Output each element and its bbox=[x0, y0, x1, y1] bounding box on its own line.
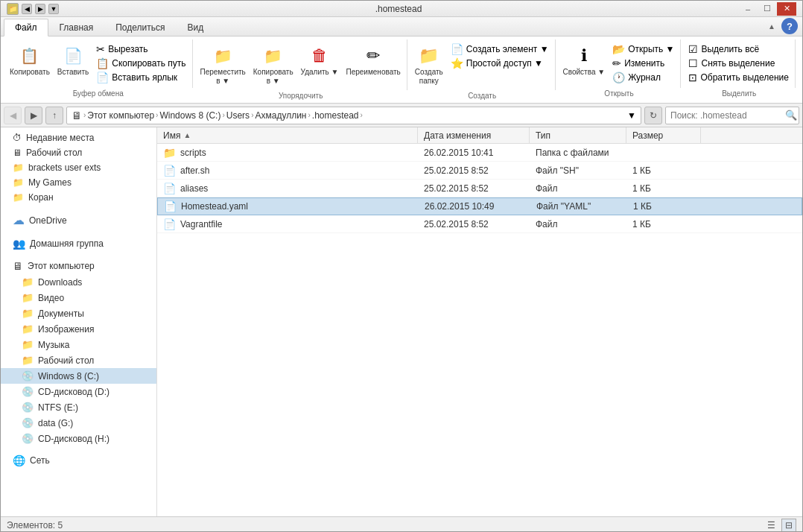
close-button[interactable]: ✕ bbox=[777, 2, 796, 16]
invert-selection-button[interactable]: ⊡ Обратить выделение bbox=[685, 71, 792, 84]
sidebar-item-desktop2[interactable]: 📁 Рабочий стол bbox=[1, 352, 156, 368]
tab-share[interactable]: Поделиться bbox=[104, 19, 176, 36]
sidebar: ⏱ Недавние места 🖥 Рабочий стол 📁 bracke… bbox=[1, 127, 157, 516]
col-header-date[interactable]: Дата изменения bbox=[418, 127, 530, 143]
copy-to-button[interactable]: 📁 Копироватьв ▼ bbox=[250, 42, 296, 87]
path-folder[interactable]: .homestead bbox=[312, 110, 359, 121]
view-details-button[interactable]: ⊟ bbox=[781, 519, 796, 532]
refresh-button[interactable]: ↻ bbox=[644, 107, 662, 124]
sidebar-item-recent-places[interactable]: ⏱ Недавние места bbox=[1, 130, 156, 145]
sidebar-item-my-games[interactable]: 📁 My Games bbox=[1, 175, 156, 190]
path-drive[interactable]: Windows 8 (C:) bbox=[159, 110, 220, 121]
move-button[interactable]: 📁 Переместитьв ▼ bbox=[197, 42, 249, 87]
search-box[interactable]: 🔍 bbox=[665, 107, 799, 124]
file-row-vagrantfile[interactable]: 📄 Vagrantfile 25.02.2015 8:52 Файл 1 КБ bbox=[157, 215, 802, 233]
copy-path-button[interactable]: 📋 Скопировать путь bbox=[93, 57, 188, 70]
file-row-scripts[interactable]: 📁 scripts 26.02.2015 10:41 Папка с файла… bbox=[157, 144, 802, 162]
sidebar-item-images[interactable]: 📁 Изображения bbox=[1, 321, 156, 337]
address-path[interactable]: 🖥 › Этот компьютер › Windows 8 (C:) › Us… bbox=[66, 107, 641, 124]
file-row-homestead-yaml[interactable]: 📄 Homestead.yaml 26.02.2015 10:49 Файл "… bbox=[157, 197, 802, 215]
easy-access-icon: ⭐ bbox=[451, 57, 463, 69]
sidebar-item-cdh[interactable]: 💿 CD-дисковод (H:) bbox=[1, 431, 156, 446]
deselect-button[interactable]: ☐ Снять выделение bbox=[685, 57, 792, 70]
sidebar-item-ntfse[interactable]: 💿 NTFS (E:) bbox=[1, 399, 156, 415]
tab-home[interactable]: Главная bbox=[48, 19, 105, 36]
col-header-type[interactable]: Тип bbox=[530, 127, 626, 143]
move-icon: 📁 bbox=[211, 44, 235, 68]
paste-shortcut-button[interactable]: 📄 Вставить ярлык bbox=[93, 71, 188, 84]
aliases-icon: 📄 bbox=[163, 183, 176, 194]
sidebar-item-music[interactable]: 📁 Музыка bbox=[1, 337, 156, 352]
minimize-button[interactable]: – bbox=[738, 2, 758, 16]
scripts-folder-icon: 📁 bbox=[163, 147, 176, 159]
path-home-icon: 🖥 bbox=[72, 110, 82, 121]
paste-button[interactable]: 📄 Вставить bbox=[54, 42, 92, 78]
col-header-size[interactable]: Размер bbox=[626, 127, 701, 143]
sidebar-item-downloads[interactable]: 📁 Downloads bbox=[1, 274, 156, 290]
title-bar: 📁 ◀ ▶ ▼ .homestead – ☐ ✕ bbox=[1, 1, 802, 17]
path-users[interactable]: Users bbox=[226, 110, 250, 121]
history-button[interactable]: 🕐 Журнал bbox=[609, 71, 677, 84]
col-header-name[interactable]: Имя ▲ bbox=[157, 127, 418, 143]
sidebar-item-network[interactable]: 🌐 Сеть bbox=[1, 452, 156, 469]
sidebar-item-video[interactable]: 📁 Видео bbox=[1, 290, 156, 305]
my-games-icon: 📁 bbox=[13, 177, 24, 188]
tab-view[interactable]: Вид bbox=[176, 19, 215, 36]
sidebar-item-onedrive[interactable]: ☁ OneDrive bbox=[1, 211, 156, 229]
quick-access-3[interactable]: ▼ bbox=[48, 4, 59, 14]
edit-button[interactable]: ✏ Изменить bbox=[609, 57, 677, 70]
easy-access-button[interactable]: ⭐ Простой доступ ▼ bbox=[448, 57, 552, 70]
window-controls: – ☐ ✕ bbox=[738, 2, 796, 16]
sidebar-item-koran[interactable]: 📁 Коран bbox=[1, 190, 156, 205]
app-icon: 📁 bbox=[7, 3, 19, 15]
ribbon-collapse-btn[interactable]: ▲ bbox=[766, 21, 777, 32]
maximize-button[interactable]: ☐ bbox=[758, 2, 777, 16]
back-button[interactable]: ◀ bbox=[4, 107, 22, 124]
view-list-button[interactable]: ☰ bbox=[764, 519, 778, 532]
koran-icon: 📁 bbox=[13, 192, 24, 203]
properties-button[interactable]: ℹ Свойства ▼ bbox=[560, 42, 609, 78]
downloads-icon: 📁 bbox=[22, 276, 34, 288]
vagrantfile-icon: 📄 bbox=[163, 218, 176, 230]
video-icon: 📁 bbox=[22, 292, 34, 303]
this-pc-icon: 🖥 bbox=[13, 260, 23, 272]
cut-button[interactable]: ✂ Вырезать bbox=[93, 42, 188, 56]
open-button[interactable]: 📂 Открыть ▼ bbox=[609, 42, 677, 56]
quick-access-1[interactable]: ◀ bbox=[22, 4, 32, 14]
sidebar-item-brackets[interactable]: 📁 brackets user exts bbox=[1, 160, 156, 175]
window-title: .homestead bbox=[59, 4, 738, 14]
forward-button[interactable]: ▶ bbox=[25, 107, 42, 124]
rename-button[interactable]: ✏ Переименовать bbox=[343, 42, 403, 78]
sidebar-item-desktop[interactable]: 🖥 Рабочий стол bbox=[1, 145, 156, 160]
sidebar-item-this-pc[interactable]: 🖥 Этот компьютер bbox=[1, 258, 156, 274]
sidebar-item-cdd[interactable]: 💿 CD-дисковод (D:) bbox=[1, 384, 156, 399]
file-row-after-sh[interactable]: 📄 after.sh 25.02.2015 8:52 Файл "SH" 1 К… bbox=[157, 162, 802, 180]
paste-shortcut-icon: 📄 bbox=[96, 72, 109, 83]
help-button[interactable]: ? bbox=[781, 18, 798, 34]
images-icon: 📁 bbox=[22, 323, 34, 335]
copy-button[interactable]: 📋 Копировать bbox=[7, 42, 53, 78]
quick-access-2[interactable]: ▶ bbox=[35, 4, 45, 14]
address-dropdown-button[interactable]: ▼ bbox=[627, 110, 636, 121]
sidebar-item-homegroup[interactable]: 👥 Домашняя группа bbox=[1, 235, 156, 252]
tab-file[interactable]: Файл bbox=[4, 19, 48, 37]
new-folder-icon: 📁 bbox=[417, 44, 441, 68]
up-button[interactable]: ↑ bbox=[45, 107, 63, 124]
copy-to-icon: 📁 bbox=[261, 44, 285, 68]
new-folder-button[interactable]: 📁 Создатьпапку bbox=[412, 42, 446, 87]
search-icon: 🔍 bbox=[785, 110, 797, 121]
new-item-icon: 📄 bbox=[451, 43, 463, 55]
view-controls: ☰ ⊟ bbox=[764, 519, 796, 532]
sidebar-item-datag[interactable]: 💿 data (G:) bbox=[1, 415, 156, 431]
path-user[interactable]: Ахмадуллин bbox=[255, 110, 306, 121]
path-computer[interactable]: Этот компьютер bbox=[87, 110, 154, 121]
delete-button[interactable]: 🗑 Удалить ▼ bbox=[298, 42, 342, 78]
ribbon: 📋 Копировать 📄 Вставить ✂ Вырезать 📋 Ско… bbox=[1, 37, 802, 104]
new-item-button[interactable]: 📄 Создать элемент ▼ bbox=[448, 42, 552, 56]
sidebar-item-win8c[interactable]: 💿 Windows 8 (C:) bbox=[1, 368, 156, 384]
file-row-aliases[interactable]: 📄 aliases 25.02.2015 8:52 Файл 1 КБ bbox=[157, 180, 802, 197]
file-name-scripts: 📁 scripts bbox=[157, 147, 418, 159]
search-input[interactable] bbox=[670, 110, 782, 121]
select-all-button[interactable]: ☑ Выделить всё bbox=[685, 42, 792, 56]
sidebar-item-documents[interactable]: 📁 Документы bbox=[1, 305, 156, 321]
